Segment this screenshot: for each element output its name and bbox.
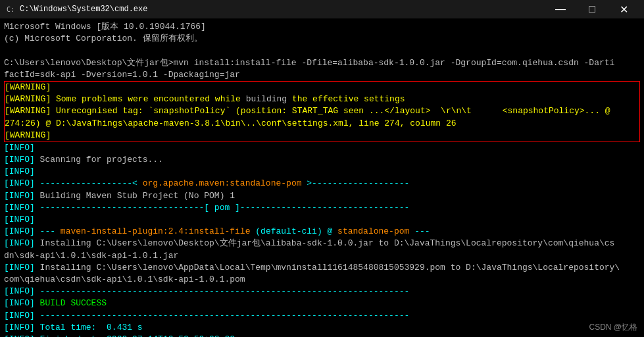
- line-1: Microsoft Windows [版本 10.0.19044.1766]: [4, 21, 640, 33]
- warning-line-5: [WARNING]: [5, 130, 639, 142]
- line-4: C:\Users\lenovo\Desktop\文件jar包>mvn insta…: [4, 57, 640, 69]
- maximize-button[interactable]: □: [577, 0, 607, 18]
- info-line-1: [INFO]: [4, 142, 640, 154]
- warning-line-3: [WARNING] Unrecognised tag: `snapshotPol…: [5, 105, 639, 117]
- terminal-body: Microsoft Windows [版本 10.0.19044.1766] (…: [0, 18, 644, 337]
- close-button[interactable]: ✕: [608, 0, 639, 18]
- info-line-14: [INFO] BUILD SUCCESS: [4, 298, 640, 309]
- warning-line-4: 274:26) @ D:\JavaThings\apache-maven-3.8…: [5, 118, 639, 130]
- info-line-11: [INFO] Installing C:\Users\lenovo\AppDat…: [4, 262, 640, 274]
- info-line-17: [INFO] Finished at: 2022-07-14T10:50:59+…: [4, 334, 640, 337]
- info-line-2: [INFO] Scanning for projects...: [4, 154, 640, 166]
- info-line-6: [INFO] --------------------------------[…: [4, 202, 640, 214]
- minimize-button[interactable]: —: [545, 0, 576, 18]
- window: C: C:\Windows\System32\cmd.exe — □ ✕ Mic…: [0, 0, 644, 337]
- title-bar-controls: — □ ✕: [545, 0, 639, 18]
- info-line-13: [INFO] ---------------------------------…: [4, 286, 640, 298]
- info-line-16: [INFO] Total time: 0.431 s: [4, 322, 640, 334]
- info-line-8: [INFO] --- maven-install-plugin:2.4:inst…: [4, 226, 640, 238]
- info-line-3: [INFO]: [4, 166, 640, 178]
- info-line-7: [INFO]: [4, 214, 640, 226]
- warning-line-2: [WARNING] Some problems were encountered…: [5, 93, 639, 105]
- info-line-15: [INFO] ---------------------------------…: [4, 310, 640, 322]
- cmd-icon: C:: [5, 4, 16, 14]
- info-line-5: [INFO] Building Maven Stub Project (No P…: [4, 190, 640, 202]
- line-3: [4, 45, 640, 57]
- warning-line-1: [WARNING]: [5, 82, 639, 93]
- title-bar: C: C:\Windows\System32\cmd.exe — □ ✕: [0, 0, 644, 18]
- line-2: (c) Microsoft Corporation. 保留所有权利。: [4, 33, 640, 45]
- info-line-4: [INFO] ------------------< org.apache.ma…: [4, 178, 640, 190]
- svg-text:C:: C:: [7, 6, 14, 13]
- line-5: factId=sdk-api -Dversion=1.0.1 -Dpackagi…: [4, 69, 640, 81]
- watermark: CSDN @忆格: [589, 322, 637, 333]
- info-line-10: dn\sdk-api\1.0.1\sdk-api-1.0.1.jar: [4, 250, 640, 262]
- info-line-9: [INFO] Installing C:\Users\lenovo\Deskto…: [4, 238, 640, 249]
- title-bar-text: C:\Windows\System32\cmd.exe: [20, 5, 545, 14]
- info-line-12: com\qiehua\csdn\sdk-api\1.0.1\sdk-api-1.…: [4, 274, 640, 286]
- warning-block: [WARNING] [WARNING] Some problems were e…: [4, 81, 640, 142]
